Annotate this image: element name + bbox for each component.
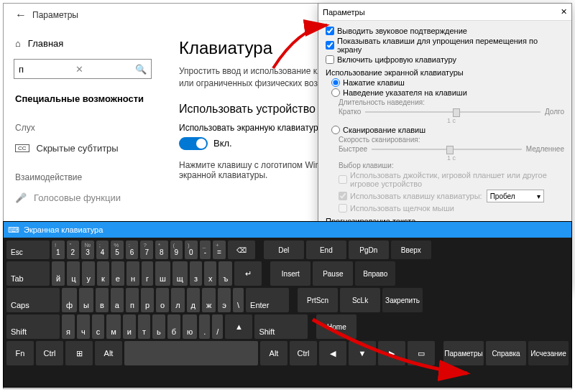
key-ъ[interactable]: ъ	[218, 261, 232, 286]
key-prtscn[interactable]: PrtScn	[298, 288, 338, 312]
key-space[interactable]	[124, 341, 258, 365]
key-sclk[interactable]: ScLk	[340, 288, 380, 312]
key-\[interactable]: \	[233, 288, 244, 312]
key-3[interactable]: №3	[81, 241, 94, 259]
key-м[interactable]: м	[106, 314, 121, 339]
key-esc[interactable]: Esc	[6, 241, 50, 259]
key-ц[interactable]: ц	[67, 261, 80, 286]
chk-mouse[interactable]: Использовать щелчок мыши	[339, 204, 564, 213]
close-icon[interactable]: ✕	[561, 7, 567, 17]
key-4[interactable]: ;4	[96, 241, 109, 259]
radio-scan[interactable]: Сканирование клавиш	[331, 126, 564, 134]
scan-slider[interactable]: Быстрее Медленнее	[339, 145, 564, 153]
nav-subtitles[interactable]: CC Скрытые субтитры	[4, 136, 162, 161]
key-п[interactable]: п	[126, 288, 139, 312]
key-right-arrow[interactable]: ▶	[378, 341, 405, 365]
key-т[interactable]: т	[138, 314, 150, 339]
chk-numpad[interactable]: Включить цифровую клавиатуру	[326, 55, 564, 64]
slider-track[interactable]	[372, 149, 522, 150]
search-icon[interactable]: 🔍	[135, 64, 147, 75]
key-enter-top[interactable]: ↵	[234, 261, 262, 286]
key-я[interactable]: я	[62, 314, 75, 339]
key-з[interactable]: з	[190, 261, 202, 286]
key-right[interactable]: Вправо	[355, 261, 395, 286]
key-в[interactable]: в	[96, 288, 109, 312]
key-tab[interactable]: Tab	[6, 261, 50, 286]
key-к[interactable]: к	[97, 261, 109, 286]
key-р[interactable]: р	[141, 288, 154, 312]
key-и[interactable]: и	[123, 314, 136, 339]
chk-joystick[interactable]: Использовать джойстик, игровой планшет и…	[339, 171, 564, 188]
key-fade[interactable]: Исчезание	[528, 341, 569, 365]
key-pause[interactable]: Pause	[313, 261, 353, 286]
key-caps[interactable]: Caps	[6, 288, 60, 312]
key-shift-r[interactable]: Shift	[254, 314, 308, 339]
nav-voice[interactable]: 🎤 Голосовые функции	[4, 185, 162, 210]
key-ф[interactable]: ф	[62, 288, 77, 312]
key-end[interactable]: End	[306, 241, 346, 259]
key-1[interactable]: !1	[52, 241, 65, 259]
key-ctrl[interactable]: Ctrl	[36, 341, 63, 365]
key-pin[interactable]: Закрепить	[382, 288, 423, 312]
key-ш[interactable]: ш	[155, 261, 170, 286]
key-а[interactable]: а	[111, 288, 124, 312]
key-help[interactable]: Справка	[486, 341, 526, 365]
key-alt[interactable]: Alt	[95, 341, 122, 365]
key-win[interactable]: ⊞	[65, 341, 93, 365]
key-params[interactable]: Параметры	[443, 341, 484, 365]
key-ю[interactable]: ю	[183, 314, 197, 339]
key-6[interactable]: :6	[126, 241, 139, 259]
toggle-pill[interactable]	[179, 137, 208, 150]
home-nav[interactable]: ⌂ Главная	[4, 32, 162, 55]
key-д[interactable]: д	[187, 288, 200, 312]
key-fn[interactable]: Fn	[6, 341, 34, 365]
key-pgdn[interactable]: PgDn	[349, 241, 389, 259]
key-altgr[interactable]: Alt	[260, 341, 288, 365]
key-select[interactable]: Пробел▾	[487, 190, 544, 202]
key-э[interactable]: э	[218, 288, 231, 312]
key-ж[interactable]: ж	[202, 288, 216, 312]
key-.[interactable]: .	[199, 314, 210, 339]
key-5[interactable]: %5	[111, 241, 124, 259]
key-2[interactable]: "2	[67, 241, 80, 259]
radio-click[interactable]: Нажатие клавиш	[331, 78, 564, 87]
key-enter[interactable]: Enter	[246, 288, 289, 312]
key-arrow-up[interactable]: ▲	[225, 314, 252, 339]
key-7[interactable]: ?7	[140, 241, 153, 259]
key-=[interactable]: +=	[213, 241, 226, 259]
key-е[interactable]: е	[111, 261, 124, 286]
radio-hover[interactable]: Наведение указателя на клавиши	[331, 88, 564, 97]
key-г[interactable]: г	[142, 261, 153, 286]
key-л[interactable]: л	[171, 288, 184, 312]
key-layout[interactable]: ▭	[408, 341, 435, 365]
slider-track[interactable]	[365, 111, 540, 113]
chk-keyboard[interactable]: Использовать клавишу клавиатуры:	[339, 192, 482, 200]
key-left[interactable]: ◀	[319, 341, 346, 365]
key-ч[interactable]: ч	[77, 314, 90, 339]
key-down[interactable]: ▼	[349, 341, 376, 365]
hover-slider[interactable]: Кратко Долго	[339, 108, 564, 116]
key-del[interactable]: Del	[264, 241, 304, 259]
key-0[interactable]: )0	[185, 241, 198, 259]
chk-showkeys[interactable]: Показывать клавиши для упрощения перемещ…	[326, 37, 564, 54]
key-/[interactable]: /	[212, 314, 223, 339]
key-8[interactable]: *8	[155, 241, 168, 259]
key-9[interactable]: (9	[170, 241, 183, 259]
back-icon[interactable]: ←	[9, 9, 32, 22]
key-ctrl-r[interactable]: Ctrl	[290, 341, 317, 365]
key-й[interactable]: й	[52, 261, 65, 286]
key-up[interactable]: Вверх	[391, 241, 431, 259]
key-ь[interactable]: ь	[152, 314, 165, 339]
key-с[interactable]: с	[92, 314, 105, 339]
key-б[interactable]: б	[167, 314, 180, 339]
key-insert[interactable]: Insert	[270, 261, 310, 286]
key-н[interactable]: н	[126, 261, 139, 286]
key-shift-l[interactable]: Shift	[6, 314, 60, 339]
key-backspace[interactable]: ⌫	[228, 241, 255, 259]
key-щ[interactable]: щ	[172, 261, 188, 286]
key-у[interactable]: у	[82, 261, 95, 286]
search-clear-icon[interactable]: ✕	[75, 64, 83, 75]
key--[interactable]: _-	[200, 241, 211, 259]
chk-sound[interactable]: Выводить звуковое подтверждение	[326, 27, 564, 35]
key-ы[interactable]: ы	[79, 288, 93, 312]
